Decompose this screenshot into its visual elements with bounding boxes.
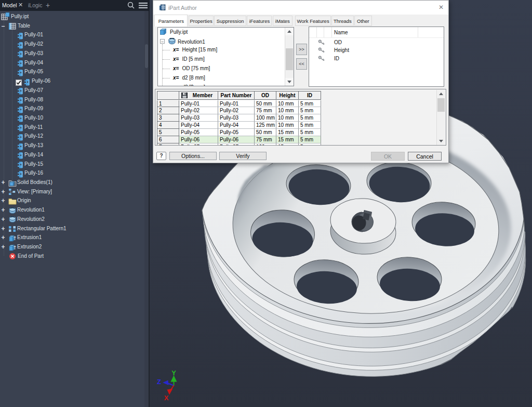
svg-text:X: X	[164, 394, 169, 402]
svg-text:Z: Z	[157, 378, 161, 386]
svg-text:Y: Y	[171, 369, 176, 377]
